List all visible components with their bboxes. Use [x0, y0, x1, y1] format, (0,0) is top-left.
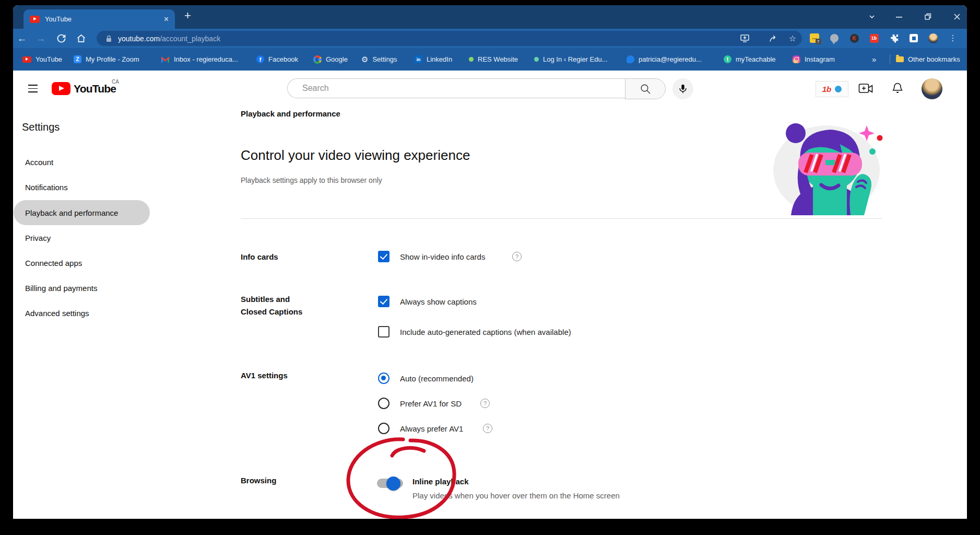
- back-icon[interactable]: ←: [15, 29, 29, 48]
- tab-close-icon[interactable]: ×: [164, 15, 169, 24]
- bookmark-zoom[interactable]: ZMy Profile - Zoom: [74, 48, 139, 71]
- av1-auto-radio[interactable]: [378, 373, 389, 384]
- bookmark-facebook[interactable]: fFacebook: [256, 48, 298, 71]
- av1-prefer-sd-label[interactable]: Prefer AV1 for SD: [400, 399, 462, 408]
- bookmark-res-website[interactable]: RES Website: [469, 48, 518, 71]
- bookmark-linkedin[interactable]: inLinkedIn: [415, 48, 452, 71]
- info-cards-checkbox[interactable]: [378, 251, 389, 262]
- k-icon: K: [850, 34, 859, 43]
- browser-profile-avatar[interactable]: [928, 33, 938, 43]
- help-icon[interactable]: ?: [480, 399, 490, 408]
- bookmark-myteachable[interactable]: tmyTeachable: [724, 48, 776, 71]
- lock-icon[interactable]: [105, 34, 113, 43]
- gmail-icon: [161, 56, 170, 63]
- sidebar-item-notifications[interactable]: Notifications: [25, 175, 161, 200]
- sidebar-extension-icon[interactable]: [908, 33, 919, 43]
- sidebar-item-privacy[interactable]: Privacy: [25, 225, 161, 250]
- screenshot-canvas: { "browser": { "tab_title": "YouTube", "…: [0, 0, 980, 535]
- inline-playback-toggle[interactable]: [377, 479, 403, 488]
- av1-prefer-sd-radio[interactable]: [378, 398, 389, 409]
- inline-playback-description: Play videos when you hover over them on …: [412, 491, 620, 500]
- youtube-logo-text[interactable]: YouTube: [74, 71, 116, 107]
- bookmark-label: LinkedIn: [427, 55, 452, 63]
- bookmark-label: Inbox - regiereduca...: [174, 55, 238, 63]
- browser-menu-icon[interactable]: ⋮: [948, 33, 958, 43]
- site-icon: [627, 55, 634, 63]
- tubebuddy-logo: 1b: [822, 85, 832, 94]
- bookmarks-bar: YouTube ZMy Profile - Zoom Inbox - regie…: [13, 48, 967, 71]
- tubebuddy-extension-icon[interactable]: 1b: [869, 33, 879, 43]
- google-icon: [313, 55, 322, 64]
- notes-extension-icon[interactable]: ••• 7: [809, 33, 820, 43]
- page-subtitle: Playback settings apply to this browser …: [241, 176, 382, 184]
- bookmarks-overflow-chevron[interactable]: »: [872, 48, 876, 71]
- auto-generated-captions-label[interactable]: Include auto-generated captions (when av…: [400, 328, 571, 336]
- folder-icon: [896, 56, 904, 62]
- youtube-logo-icon[interactable]: [52, 82, 70, 95]
- k-extension-icon[interactable]: K: [849, 33, 859, 43]
- bookmark-patricia-email[interactable]: patricia@regieredu...: [627, 48, 702, 71]
- bookmark-settings[interactable]: ⚙Settings: [361, 48, 397, 71]
- av1-always-prefer-label[interactable]: Always prefer AV1: [400, 424, 463, 433]
- forward-icon[interactable]: →: [34, 29, 48, 48]
- search-button[interactable]: [625, 78, 666, 99]
- help-icon[interactable]: ?: [483, 424, 492, 433]
- inline-playback-title[interactable]: Inline playback: [412, 477, 469, 486]
- av1-settings-label: AV1 settings: [241, 369, 288, 382]
- bookmark-star-icon[interactable]: ☆: [787, 33, 798, 43]
- bookmark-label: patricia@regieredu...: [639, 55, 702, 63]
- youtube-favicon: [30, 16, 40, 23]
- bookmark-label: Log In ‹ Regier Edu...: [543, 55, 608, 63]
- bookmark-gmail-inbox[interactable]: Inbox - regiereduca...: [161, 48, 238, 71]
- url-host: youtube.com: [118, 34, 160, 43]
- search-input[interactable]: [301, 83, 606, 94]
- tab-search-chevron-icon[interactable]: [868, 13, 876, 21]
- search-box[interactable]: [287, 78, 625, 98]
- bookmark-instagram[interactable]: Instagram: [793, 48, 835, 71]
- hamburger-menu-icon[interactable]: [28, 85, 38, 92]
- tubebuddy-header-widget[interactable]: 1b: [816, 81, 848, 97]
- new-tab-button[interactable]: +: [184, 9, 191, 22]
- account-avatar[interactable]: [922, 78, 942, 99]
- help-icon[interactable]: ?: [512, 252, 522, 261]
- sidebar-item-billing-and-payments[interactable]: Billing and payments: [25, 275, 161, 300]
- always-show-captions-checkbox[interactable]: [378, 296, 389, 307]
- tab-strip: YouTube × +: [13, 5, 967, 29]
- info-cards-option-label[interactable]: Show in-video info cards: [400, 252, 485, 261]
- other-bookmarks-button[interactable]: Other bookmarks: [896, 48, 960, 71]
- blue-dot-icon: [835, 86, 842, 92]
- notifications-button[interactable]: [890, 82, 905, 96]
- home-icon[interactable]: [74, 29, 88, 48]
- browser-tab-youtube[interactable]: YouTube ×: [23, 9, 175, 29]
- reload-icon[interactable]: [54, 29, 68, 48]
- profile-photo-icon: [928, 33, 938, 43]
- sidebar-item-account[interactable]: Account: [25, 149, 161, 175]
- youtube-icon: [22, 56, 31, 63]
- install-icon[interactable]: [739, 33, 750, 43]
- sidebar-item-connected-apps[interactable]: Connected apps: [25, 250, 161, 275]
- minimize-button[interactable]: [895, 13, 903, 21]
- bookmark-label: Google: [326, 55, 348, 63]
- sidebar-item-advanced-settings[interactable]: Advanced settings: [25, 300, 161, 325]
- sunglasses: [798, 153, 862, 176]
- balloon-extension-icon[interactable]: [829, 33, 840, 43]
- toggle-knob[interactable]: [386, 476, 400, 491]
- av1-always-prefer-radio[interactable]: [378, 423, 389, 434]
- close-window-button[interactable]: [953, 13, 961, 21]
- auto-generated-captions-checkbox[interactable]: [378, 326, 389, 338]
- create-video-button[interactable]: [858, 82, 873, 96]
- sidebar-title: Settings: [22, 121, 60, 133]
- microphone-icon: [677, 83, 689, 95]
- sidebar-item-playback-and-performance[interactable]: Playback and performance: [25, 200, 161, 225]
- share-icon[interactable]: [768, 33, 778, 43]
- always-show-captions-label[interactable]: Always show captions: [400, 297, 477, 306]
- restore-button[interactable]: [924, 13, 932, 21]
- av1-auto-label[interactable]: Auto (recommended): [400, 374, 474, 383]
- voice-search-button[interactable]: [672, 78, 693, 99]
- bookmark-youtube[interactable]: YouTube: [22, 48, 62, 71]
- bookmark-login-regier[interactable]: Log In ‹ Regier Edu...: [534, 48, 608, 71]
- bookmark-google[interactable]: Google: [313, 48, 348, 71]
- extensions-puzzle-icon[interactable]: [889, 33, 899, 43]
- instagram-icon: [793, 55, 800, 63]
- address-bar[interactable]: youtube.com/account_playback ☆: [97, 31, 802, 46]
